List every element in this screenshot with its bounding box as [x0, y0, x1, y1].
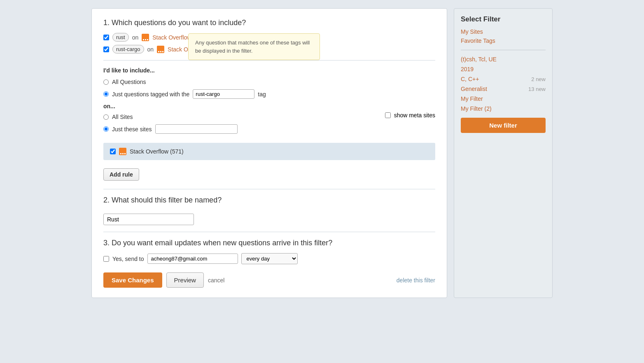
sidebar-filter-row-0: (t)csh, Tcl, UE [461, 56, 546, 63]
sidebar-divider [461, 50, 546, 50]
sidebar-filter-row-1: 2019 [461, 66, 546, 72]
so-icon-rust-cargo [157, 46, 164, 53]
tag-checkbox-rust[interactable] [103, 35, 109, 40]
save-changes-button[interactable]: Save Changes [103, 272, 162, 288]
radio-all-questions-label: All Questions [112, 79, 146, 85]
sidebar-title: Select Filter [461, 15, 546, 23]
show-meta-label: show meta sites [394, 112, 435, 119]
radio-all-sites[interactable] [103, 114, 109, 120]
section1-title: 1. Which questions do you want to includ… [103, 19, 435, 27]
sidebar-filters: (t)csh, Tcl, UE2019C, C++2 newGeneralist… [461, 56, 546, 112]
radio-row-just-sites: Just these sites [103, 124, 435, 134]
sidebar-filter-row-3: Generalist13 new [461, 86, 546, 92]
sidebar-filter-row-5: My Filter (2) [461, 105, 546, 112]
site-checkbox-so[interactable] [110, 149, 116, 154]
radio-tagged[interactable] [103, 91, 109, 97]
new-filter-button[interactable]: New filter [461, 118, 546, 133]
section3-title: 3. Do you want email updates when new qu… [103, 239, 435, 247]
sidebar-filter-row-2: C, C++2 new [461, 76, 546, 82]
sites-box-site-label: Stack Overflow (571) [130, 148, 184, 155]
tag-checkbox-rust-cargo[interactable] [103, 47, 109, 52]
sidebar-filter-link-4[interactable]: My Filter [461, 95, 483, 102]
include-label: I'd like to include... [103, 67, 435, 74]
show-meta-checkbox[interactable] [385, 112, 391, 118]
radio-just-sites-label: Just these sites [112, 126, 152, 133]
filter-name-input[interactable] [103, 214, 194, 225]
sidebar-filter-badge-3: 13 new [528, 86, 546, 92]
radio-just-sites[interactable] [103, 126, 109, 132]
email-row: Yes, send to every 15 minutes every 30 m… [103, 253, 435, 264]
tag-value-input[interactable] [193, 89, 254, 99]
radio-row-all-sites: All Sites [103, 114, 385, 120]
divider-3 [103, 232, 435, 232]
radio-row-tagged: Just questions tagged with the tag [103, 89, 435, 99]
sidebar-link-my-sites[interactable]: My Sites [461, 28, 546, 35]
sidebar-filter-row-4: My Filter [461, 95, 546, 102]
actions-row: Save Changes Preview cancel delete this … [103, 272, 435, 288]
tag-pill-rust: rust [112, 33, 129, 42]
section2-title: 2. What should this filter be named? [103, 196, 435, 205]
radio-tagged-label: Just questions tagged with the [112, 91, 189, 98]
tag-pill-rust-cargo: rust-cargo [112, 45, 144, 54]
tag-suffix: tag [258, 91, 266, 98]
so-icon-rust [142, 34, 149, 41]
cancel-link[interactable]: cancel [208, 277, 224, 284]
frequency-select[interactable]: every 15 minutes every 30 minutes every … [241, 253, 298, 264]
on-text-rust-cargo: on [147, 46, 154, 53]
preview-button[interactable]: Preview [166, 272, 204, 288]
delete-filter-link[interactable]: delete this filter [397, 277, 435, 284]
just-sites-input[interactable] [155, 124, 238, 134]
tooltip-box: Any question that matches one of these t… [188, 33, 320, 60]
radio-all-sites-label: All Sites [112, 114, 133, 120]
on-label: on... [103, 103, 435, 109]
email-checkbox[interactable] [103, 256, 109, 262]
sidebar-filter-link-1[interactable]: 2019 [461, 66, 474, 72]
sidebar-filter-link-2[interactable]: C, C++ [461, 76, 479, 82]
yes-send-to-label: Yes, send to [112, 256, 144, 262]
on-text-rust: on [132, 34, 139, 41]
site-link-rust[interactable]: Stack Overflow [152, 34, 191, 41]
sidebar-filter-link-5[interactable]: My Filter (2) [461, 105, 492, 112]
email-input[interactable] [147, 254, 238, 264]
sidebar-filter-link-0[interactable]: (t)csh, Tcl, UE [461, 56, 497, 63]
divider-2 [103, 189, 435, 189]
sidebar-link-favorite-tags[interactable]: Favorite Tags [461, 37, 546, 44]
add-rule-button[interactable]: Add rule [103, 168, 139, 181]
divider-1 [103, 60, 435, 60]
radio-all-questions[interactable] [103, 79, 109, 85]
sites-box: Stack Overflow (571) [103, 143, 435, 160]
site-row-so: Stack Overflow (571) [110, 148, 429, 155]
sidebar-filter-link-3[interactable]: Generalist [461, 86, 487, 92]
sidebar-filter-badge-2: 2 new [531, 76, 546, 82]
radio-row-all-questions: All Questions [103, 79, 435, 85]
so-icon-sites [119, 148, 126, 155]
